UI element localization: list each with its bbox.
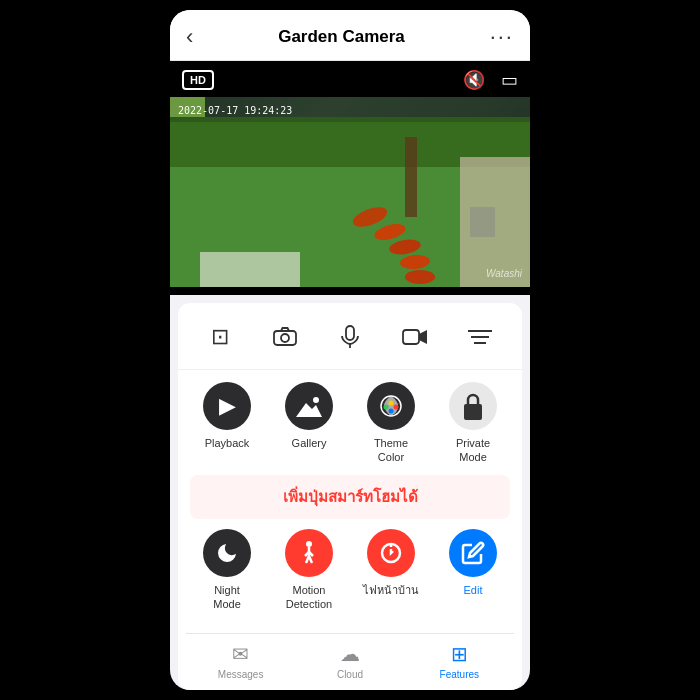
playback-label: Playback [205, 436, 250, 450]
theme-color-button[interactable]: ThemeColor [355, 382, 427, 465]
private-mode-button[interactable]: PrivateMode [437, 382, 509, 465]
messages-label: Messages [218, 669, 264, 680]
svg-point-29 [384, 405, 389, 410]
cloud-label: Cloud [337, 669, 363, 680]
panel-features: ▶ Playback Gallery [178, 370, 522, 633]
bottom-nav: ✉ Messages ☁ Cloud ⊞ Features [186, 633, 514, 690]
nav-messages[interactable]: ✉ Messages [211, 642, 271, 680]
svg-marker-20 [419, 330, 427, 344]
playback-button[interactable]: ▶ Playback [191, 382, 263, 465]
messages-icon: ✉ [232, 642, 249, 666]
gallery-icon [285, 382, 333, 430]
gallery-button[interactable]: Gallery [273, 382, 345, 465]
microphone-button[interactable] [330, 317, 370, 357]
aspect-ratio-button[interactable]: ⊡ [200, 317, 240, 357]
svg-rect-19 [403, 330, 419, 344]
smart-banner-text: เพิ่มปุ่มสมาร์ทโฮมได้ [283, 488, 418, 505]
feature-row-2: NightMode MotionDetection [186, 529, 514, 612]
nav-features[interactable]: ⊞ Features [429, 642, 489, 680]
motion-detection-label: MotionDetection [286, 583, 332, 612]
feature-row-1: ▶ Playback Gallery [186, 382, 514, 465]
night-mode-button[interactable]: NightMode [191, 529, 263, 612]
video-record-button[interactable] [395, 317, 435, 357]
nav-cloud[interactable]: ☁ Cloud [320, 642, 380, 680]
video-timestamp: 2022-07-17 19:24:23 [178, 105, 292, 116]
mute-icon[interactable]: 🔇 [463, 69, 485, 91]
theme-color-label: ThemeColor [374, 436, 408, 465]
page-title: Garden Camera [278, 27, 405, 47]
features-icon: ⊞ [451, 642, 468, 666]
svg-marker-24 [296, 403, 322, 417]
video-watermark: Watashi [486, 268, 522, 279]
svg-rect-17 [346, 326, 354, 340]
svg-point-10 [405, 270, 435, 284]
cloud-icon: ☁ [340, 642, 360, 666]
more-features-button[interactable] [460, 317, 500, 357]
edit-label: Edit [464, 583, 483, 597]
theme-color-icon [367, 382, 415, 430]
svg-line-37 [309, 556, 312, 563]
svg-point-25 [313, 397, 319, 403]
smart-light-icon [367, 529, 415, 577]
video-icons: 🔇 ▭ [463, 69, 518, 91]
features-label: Features [440, 669, 479, 680]
svg-point-32 [306, 541, 312, 547]
svg-rect-31 [464, 404, 482, 420]
camera-button[interactable] [265, 317, 305, 357]
private-mode-icon [449, 382, 497, 430]
svg-point-16 [281, 334, 289, 342]
playback-icon: ▶ [203, 382, 251, 430]
smart-light-label: ไฟหน้าบ้าน [363, 583, 419, 597]
hd-badge[interactable]: HD [182, 70, 214, 90]
smart-banner: เพิ่มปุ่มสมาร์ทโฮมได้ [190, 475, 510, 519]
more-button[interactable]: ··· [490, 24, 514, 50]
fullscreen-icon[interactable]: ▭ [501, 69, 518, 91]
back-button[interactable]: ‹ [186, 24, 193, 50]
private-mode-label: PrivateMode [456, 436, 490, 465]
night-mode-label: NightMode [213, 583, 241, 612]
video-frame[interactable]: 2022-07-17 19:24:23 Watashi [170, 97, 530, 287]
night-mode-icon [203, 529, 251, 577]
panel-toolbar: ⊡ [178, 303, 522, 370]
svg-rect-14 [200, 252, 300, 287]
svg-rect-12 [405, 137, 417, 217]
svg-point-28 [394, 405, 399, 410]
svg-rect-13 [470, 207, 495, 237]
panel: ⊡ [178, 303, 522, 690]
header: ‹ Garden Camera ··· [170, 10, 530, 61]
video-section: HD 🔇 ▭ [170, 61, 530, 295]
svg-point-27 [389, 401, 394, 406]
svg-point-30 [389, 409, 394, 414]
gallery-label: Gallery [292, 436, 327, 450]
motion-detection-button[interactable]: MotionDetection [273, 529, 345, 612]
edit-button[interactable]: Edit [437, 529, 509, 612]
edit-icon [449, 529, 497, 577]
video-controls-top: HD 🔇 ▭ [170, 61, 530, 97]
motion-detection-icon [285, 529, 333, 577]
smart-light-button[interactable]: ไฟหน้าบ้าน [355, 529, 427, 612]
phone-container: ‹ Garden Camera ··· HD 🔇 ▭ [170, 10, 530, 690]
